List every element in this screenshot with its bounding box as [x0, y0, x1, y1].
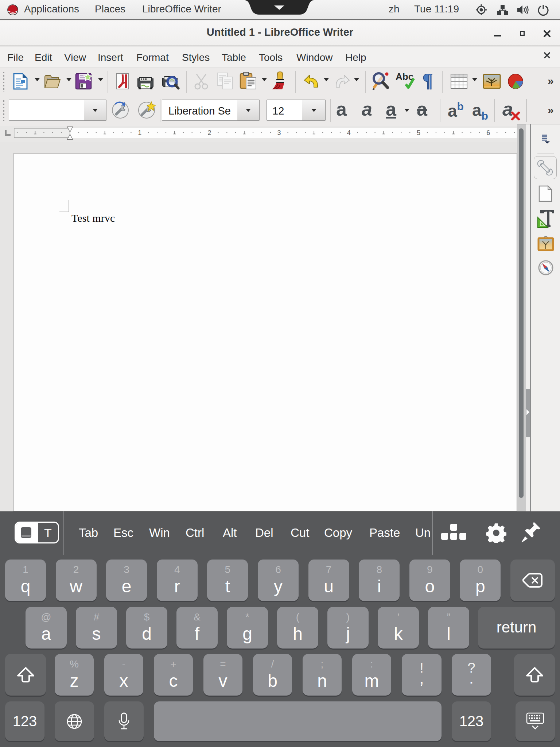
svg-text:3: 3 [277, 129, 281, 136]
svg-text:6: 6 [486, 129, 490, 136]
svg-text:1: 1 [138, 129, 141, 136]
svg-text:5: 5 [417, 129, 420, 136]
svg-text:4: 4 [347, 129, 351, 136]
svg-text:2: 2 [207, 129, 211, 136]
svg-text:¶: ¶ [423, 71, 433, 90]
svg-text:Abc: Abc [396, 72, 413, 82]
